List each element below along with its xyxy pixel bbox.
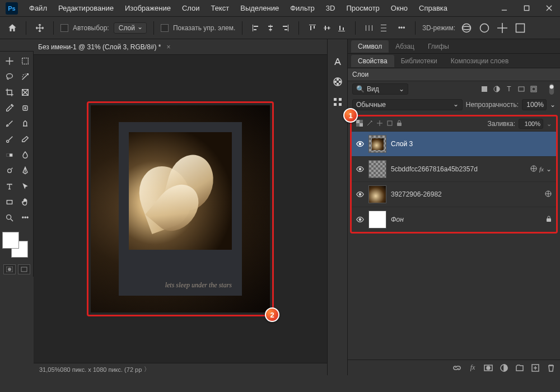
menu-filter[interactable]: Фильтр <box>284 4 320 12</box>
lock-transparency-icon[interactable] <box>356 120 363 128</box>
more-options-icon[interactable]: ••• <box>395 21 408 35</box>
align-top-icon[interactable] <box>306 21 319 35</box>
distribute-v-icon[interactable] <box>377 21 390 35</box>
layer-row[interactable]: Слой 3 <box>352 131 556 156</box>
tab-glyphs[interactable]: Глифы <box>421 40 456 53</box>
layer-visibility-icon[interactable] <box>356 190 364 198</box>
layer-mask-icon[interactable] <box>484 363 493 372</box>
delete-layer-icon[interactable] <box>547 363 556 372</box>
layer-name-label[interactable]: Фон <box>391 216 542 223</box>
tab-layercomps[interactable]: Композиции слоев <box>444 55 516 67</box>
menu-window[interactable]: Окно <box>385 4 413 12</box>
crop-tool[interactable] <box>2 85 17 100</box>
maximize-button[interactable] <box>515 0 538 17</box>
history-brush-tool[interactable] <box>2 132 17 147</box>
lasso-tool[interactable] <box>2 69 17 84</box>
show-transform-checkbox[interactable] <box>161 24 169 32</box>
menu-image[interactable]: Изображение <box>119 4 176 12</box>
filter-shape-icon[interactable] <box>517 85 525 93</box>
dodge-tool[interactable] <box>2 164 17 178</box>
align-left-icon[interactable] <box>249 21 263 35</box>
swatches-panel-icon[interactable] <box>332 96 343 108</box>
adjustment-layer-icon[interactable] <box>500 363 508 372</box>
filter-adjustment-icon[interactable] <box>493 85 501 93</box>
layer-style-icon[interactable]: fx <box>468 363 477 372</box>
layer-filter-kind-dropdown[interactable]: 🔍 Вид ⌄ <box>352 83 408 95</box>
tab-paragraph[interactable]: Абзац <box>389 40 421 53</box>
auto-select-target-dropdown[interactable]: Слой <box>114 22 147 34</box>
lock-all-icon[interactable] <box>396 120 402 128</box>
lock-icon[interactable] <box>546 216 552 224</box>
filter-toggle-switch[interactable] <box>548 85 556 93</box>
group-layers-icon[interactable] <box>515 363 524 372</box>
new-layer-icon[interactable] <box>531 363 540 372</box>
home-button[interactable] <box>6 21 19 35</box>
edit-toolbar-icon[interactable]: ••• <box>18 211 32 225</box>
align-bottom-icon[interactable] <box>335 21 348 35</box>
distribute-h-icon[interactable] <box>362 21 376 35</box>
link-layers-icon[interactable] <box>452 363 461 372</box>
layer-thumbnail[interactable] <box>368 185 386 203</box>
frame-tool[interactable] <box>18 85 32 100</box>
eraser-tool[interactable] <box>18 132 32 147</box>
filter-smart-icon[interactable] <box>530 85 538 93</box>
tab-properties[interactable]: Свойства <box>351 55 394 67</box>
menu-type[interactable]: Текст <box>206 4 235 12</box>
blur-tool[interactable] <box>18 148 32 162</box>
layers-panel-title[interactable]: Слои <box>348 68 560 81</box>
zoom-level[interactable]: 31,05% <box>39 366 60 373</box>
layer-thumbnail[interactable] <box>368 211 386 228</box>
character-panel-icon[interactable] <box>332 56 343 67</box>
move-tool[interactable] <box>2 54 17 68</box>
color-panel-icon[interactable] <box>332 76 343 87</box>
document-tab[interactable]: Без имени-1 @ 31% (Слой 3, RGB/8#) * × <box>34 39 327 55</box>
canvas[interactable]: lets sleep under the stars 2 <box>34 55 327 363</box>
color-swatches[interactable] <box>2 232 30 260</box>
layer-row[interactable]: 5cbddfcc2667816a45b2357dfx⌄ <box>352 156 556 181</box>
menu-layer[interactable]: Слои <box>176 4 206 12</box>
menu-file[interactable]: Файл <box>24 4 53 12</box>
status-caret-icon[interactable]: 〉 <box>144 365 150 374</box>
path-selection-tool[interactable] <box>18 179 32 194</box>
close-button[interactable] <box>538 0 560 17</box>
tab-symbol[interactable]: Символ <box>351 40 389 53</box>
menu-select[interactable]: Выделение <box>235 4 284 12</box>
document-tab-close-icon[interactable]: × <box>167 43 171 51</box>
align-vcenter-icon[interactable] <box>320 21 334 35</box>
rectangle-tool[interactable] <box>2 195 17 209</box>
layer-visibility-icon[interactable] <box>356 140 364 148</box>
3d-slide-icon[interactable] <box>496 21 509 35</box>
minimize-button[interactable] <box>493 0 515 17</box>
tab-libraries[interactable]: Библиотеки <box>394 55 444 67</box>
eyedropper-tool[interactable] <box>2 101 17 115</box>
layer-name-label[interactable]: 39272906-26982 <box>391 190 540 198</box>
menu-view[interactable]: Просмотр <box>340 4 385 12</box>
align-right-icon[interactable] <box>278 21 292 35</box>
layer-thumbnail[interactable] <box>368 135 386 153</box>
lock-pixels-icon[interactable] <box>366 120 373 128</box>
3d-scale-icon[interactable] <box>514 21 527 35</box>
align-hcenter-icon[interactable] <box>264 21 277 35</box>
layer-thumbnail[interactable] <box>368 160 386 178</box>
layer-visibility-icon[interactable] <box>356 165 364 173</box>
layer-name-label[interactable]: Слой 3 <box>391 140 547 148</box>
menu-3d[interactable]: 3D <box>320 4 341 12</box>
menu-edit[interactable]: Редактирование <box>53 4 119 12</box>
healing-brush-tool[interactable] <box>18 101 32 115</box>
gradient-tool[interactable] <box>2 148 17 162</box>
layer-fx-icon[interactable]: fx <box>539 165 544 173</box>
opacity-caret-icon[interactable]: ⌄ <box>550 101 556 109</box>
layer-visibility-icon[interactable] <box>356 216 364 223</box>
filter-type-icon[interactable]: T <box>505 85 513 93</box>
menu-help[interactable]: Справка <box>413 4 453 12</box>
pen-tool[interactable] <box>18 164 32 178</box>
opacity-field[interactable]: 100% <box>522 99 547 110</box>
filter-pixel-icon[interactable] <box>480 85 488 93</box>
quick-mask-icon[interactable] <box>3 264 16 274</box>
zoom-tool[interactable] <box>2 211 17 225</box>
hand-tool[interactable] <box>18 195 32 209</box>
layer-name-label[interactable]: 5cbddfcc2667816a45b2357d <box>391 165 526 173</box>
fill-field[interactable]: 100% <box>519 119 543 129</box>
type-tool[interactable] <box>2 179 17 194</box>
screen-mode-icon[interactable] <box>18 264 30 274</box>
